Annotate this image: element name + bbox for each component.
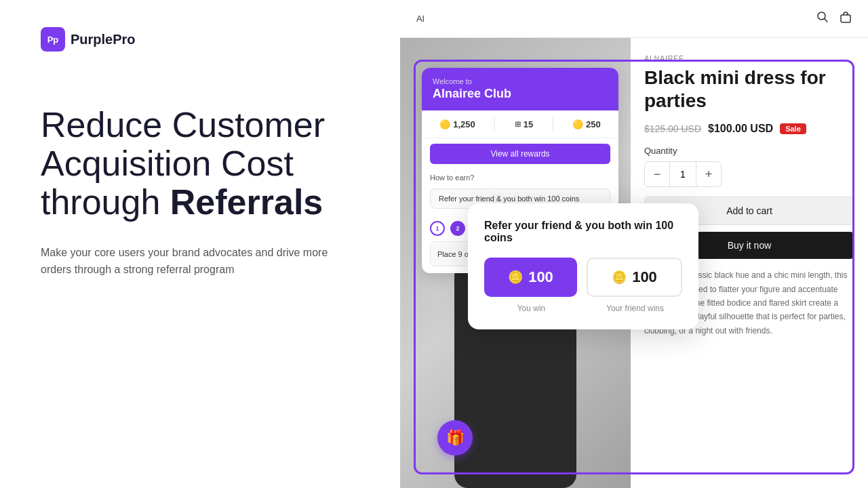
quantity-label: Quantity: [644, 146, 854, 156]
gift-stat-icon: 🟡: [572, 119, 583, 129]
quantity-plus-button[interactable]: +: [696, 162, 721, 186]
quantity-minus-button[interactable]: −: [645, 162, 669, 186]
left-panel: Pp PurplePro Reduce Customer Acquisition…: [0, 0, 400, 488]
stat-coins-value: 1,250: [453, 119, 475, 129]
product-brand: ALNAIREE: [644, 54, 854, 62]
heading-line3-prefix: through: [41, 182, 170, 222]
widget-stats: 🟡 1,250 ⊞ 15 🟡 250: [422, 110, 618, 138]
logo-area: Pp PurplePro: [41, 27, 359, 52]
heading-referrals: Referrals: [170, 182, 323, 222]
price-area: $125.00 USD $100.00 USD Sale: [644, 123, 854, 135]
gift-fab-button[interactable]: 🎁: [437, 420, 473, 455]
view-rewards-button[interactable]: View all rewards: [430, 144, 610, 164]
you-win-card: 🪙 100: [484, 258, 577, 297]
coin-stat-icon: 🟡: [439, 119, 450, 129]
coin-labels: You win Your friend wins: [484, 300, 682, 313]
logo-icon: Pp: [41, 27, 65, 52]
product-title: Black mini dress for parties: [644, 66, 854, 112]
quantity-value: 1: [669, 162, 696, 186]
sale-price: $100.00 USD: [708, 123, 773, 135]
quantity-control: − 1 +: [644, 161, 722, 187]
nav-item-al: Al: [416, 14, 425, 24]
referral-modal: Refer your friend & you both win 100 coi…: [468, 203, 698, 329]
heading-line2: Acquisition Cost: [41, 144, 294, 183]
stat-stamps: ⊞ 15: [515, 119, 533, 129]
svg-rect-2: [841, 15, 850, 22]
stat-divider-1: [494, 117, 495, 131]
stamp-stat-icon: ⊞: [515, 120, 521, 129]
hero-heading: Reduce Customer Acquisition Cost through…: [41, 106, 359, 222]
step-2: 2: [450, 221, 465, 236]
coins-row: 🪙 100 🪙 100: [484, 258, 682, 297]
logo-initials: Pp: [47, 35, 59, 45]
widget-header: Welcome to Alnairee Club: [422, 68, 618, 110]
hero-subtext: Make your core users your brand advocate…: [41, 244, 339, 279]
step-1: 1: [430, 221, 445, 236]
friend-coin-icon: 🪙: [612, 270, 627, 285]
how-to-earn-label: How to earn?: [422, 169, 618, 186]
bag-icon[interactable]: [840, 11, 852, 26]
widget-welcome-label: Welcome to: [433, 77, 608, 85]
you-win-label: You win: [484, 304, 578, 313]
stat-gift-value: 250: [586, 119, 601, 129]
right-panel: Al: [400, 0, 868, 488]
shopify-nav: Al: [416, 14, 425, 24]
shopify-nav-icons: [816, 11, 852, 26]
shopify-header: Al: [400, 0, 868, 38]
you-win-coin-icon: 🪙: [508, 270, 523, 285]
friend-wins-label: Your friend wins: [588, 304, 682, 313]
logo-text: PurplePro: [71, 32, 136, 47]
modal-title: Refer your friend & you both win 100 coi…: [484, 220, 682, 244]
stat-divider-2: [553, 117, 553, 131]
heading-line1: Reduce Customer: [41, 105, 325, 144]
sale-badge: Sale: [780, 123, 806, 134]
svg-line-1: [825, 19, 828, 22]
stat-gift: 🟡 250: [572, 119, 601, 129]
friend-wins-card: 🪙 100: [587, 258, 682, 297]
stat-stamps-value: 15: [524, 119, 533, 129]
gift-fab-icon: 🎁: [446, 429, 465, 447]
original-price: $125.00 USD: [644, 123, 701, 134]
you-win-value: 100: [528, 268, 553, 286]
friend-wins-value: 100: [632, 268, 657, 286]
search-icon[interactable]: [816, 11, 829, 26]
widget-club-name: Alnairee Club: [433, 87, 608, 101]
stat-coins: 🟡 1,250: [439, 119, 475, 129]
